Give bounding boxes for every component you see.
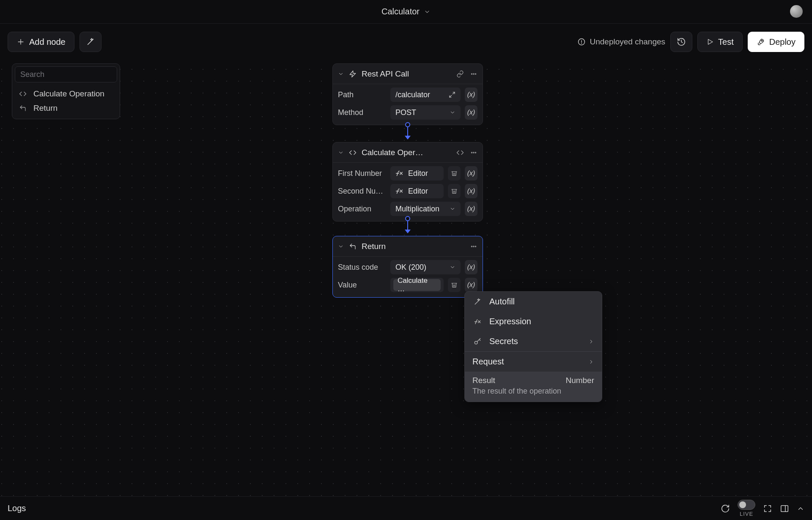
outline-item-return[interactable]: Return (12, 101, 120, 115)
node-title: Return (362, 242, 465, 251)
chevron-down-icon[interactable] (338, 150, 344, 156)
chevron-down-icon[interactable] (338, 71, 344, 77)
wand-icon (86, 37, 95, 47)
outline-search-placeholder: Search (20, 70, 44, 79)
node-header[interactable]: Calculate Oper… (333, 142, 483, 163)
chevron-down-icon (424, 8, 431, 15)
status-field[interactable]: OK (200) (390, 260, 461, 274)
variable-menu: Autofill Expression Secrets Request Resu… (464, 291, 602, 402)
chevron-up-icon[interactable] (797, 505, 804, 512)
canvas[interactable]: Search Calculate Operation Return Rest A… (0, 60, 812, 496)
outline-panel: Search Calculate Operation Return (12, 63, 120, 119)
more-icon[interactable] (470, 70, 477, 78)
delete-button[interactable] (448, 184, 461, 198)
field-label: Value (338, 281, 386, 290)
second-number-field[interactable]: Editor (390, 184, 444, 198)
variable-button[interactable]: (x) (465, 260, 477, 274)
variable-button[interactable]: (x) (465, 184, 477, 198)
link-icon[interactable] (456, 70, 464, 78)
svg-point-23 (473, 246, 474, 246)
fx-icon (395, 169, 404, 178)
value-field[interactable]: Calculate … (390, 278, 444, 292)
node-rest-api[interactable]: Rest API Call Path /calculator (x) Metho… (332, 63, 483, 125)
svg-point-8 (471, 73, 472, 74)
node-return[interactable]: Return Status code OK (200) (x) Value Ca… (332, 236, 483, 298)
svg-point-10 (475, 73, 476, 74)
menu-result-sub: The result of the operation (472, 385, 594, 396)
field-label: Second Num… (338, 187, 386, 196)
project-name: Calculator (381, 7, 420, 16)
outline-search[interactable]: Search (15, 66, 117, 82)
variable-button[interactable]: (x) (465, 278, 477, 292)
expand-icon[interactable] (449, 91, 455, 98)
outline-item-calculate[interactable]: Calculate Operation (12, 87, 120, 101)
menu-expression[interactable]: Expression (465, 312, 602, 331)
svg-point-6 (761, 40, 763, 41)
bolt-icon (349, 70, 357, 78)
fx-icon (395, 186, 404, 196)
return-icon (18, 104, 27, 112)
chevron-down-icon[interactable] (338, 244, 344, 249)
node-header[interactable]: Rest API Call (333, 64, 483, 84)
live-toggle[interactable] (738, 500, 755, 510)
avatar[interactable] (790, 5, 803, 18)
delete-button[interactable] (448, 278, 461, 292)
variable-button[interactable]: (x) (465, 202, 477, 216)
project-selector[interactable]: Calculator (381, 7, 431, 16)
outline-item-label: Return (33, 104, 58, 113)
live-label: LIVE (740, 511, 753, 517)
more-icon[interactable] (470, 243, 477, 250)
field-label: Method (338, 108, 386, 117)
svg-marker-7 (350, 71, 356, 77)
test-button[interactable]: Test (697, 32, 743, 52)
svg-point-9 (473, 73, 474, 74)
variable-button[interactable]: (x) (465, 105, 477, 120)
menu-request[interactable]: Request (465, 351, 602, 372)
menu-result[interactable]: Result Number The result of the operatio… (465, 372, 602, 402)
add-node-button[interactable]: Add node (8, 32, 74, 52)
history-button[interactable] (670, 32, 692, 52)
code-icon[interactable] (456, 149, 464, 156)
logs-title[interactable]: Logs (8, 504, 26, 513)
value-chip: Calculate … (393, 279, 441, 291)
refresh-icon[interactable] (721, 504, 730, 513)
chevron-down-icon (450, 109, 455, 115)
deploy-label: Deploy (769, 37, 796, 47)
chevron-down-icon (450, 206, 455, 212)
operation-field[interactable]: Multiplication (390, 202, 461, 216)
deploy-button[interactable]: Deploy (748, 32, 804, 52)
first-number-field[interactable]: Editor (390, 166, 444, 181)
editor-label: Editor (408, 187, 428, 196)
delete-button[interactable] (448, 166, 461, 181)
field-label: Status code (338, 263, 386, 272)
svg-line-11 (453, 92, 455, 94)
method-field[interactable]: POST (390, 105, 461, 120)
editor-label: Editor (408, 169, 428, 178)
more-icon[interactable] (470, 149, 477, 156)
svg-marker-5 (708, 39, 713, 44)
undeployed-label: Undeployed changes (590, 37, 666, 47)
top-bar: Calculator (0, 0, 812, 24)
test-label: Test (718, 37, 734, 47)
menu-autofill[interactable]: Autofill (465, 292, 602, 312)
outline-item-label: Calculate Operation (33, 89, 104, 99)
chevron-right-icon (588, 359, 594, 365)
code-icon (18, 90, 27, 98)
fullscreen-icon[interactable] (763, 504, 772, 513)
operation-value: Multiplication (395, 205, 439, 213)
trash-icon (451, 188, 458, 194)
magic-button[interactable] (80, 32, 102, 52)
panel-icon[interactable] (780, 504, 789, 513)
node-calculate[interactable]: Calculate Oper… First Number Editor (x) … (332, 142, 483, 222)
node-header[interactable]: Return (333, 236, 483, 257)
history-icon (677, 37, 686, 47)
path-field[interactable]: /calculator (390, 88, 461, 102)
return-icon (349, 243, 357, 250)
variable-button[interactable]: (x) (465, 166, 477, 181)
play-icon (706, 38, 714, 46)
menu-result-type: Number (565, 376, 594, 385)
path-value: /calculator (395, 90, 430, 99)
variable-button[interactable]: (x) (465, 88, 477, 102)
menu-secrets[interactable]: Secrets (465, 331, 602, 351)
rocket-icon (757, 38, 765, 46)
